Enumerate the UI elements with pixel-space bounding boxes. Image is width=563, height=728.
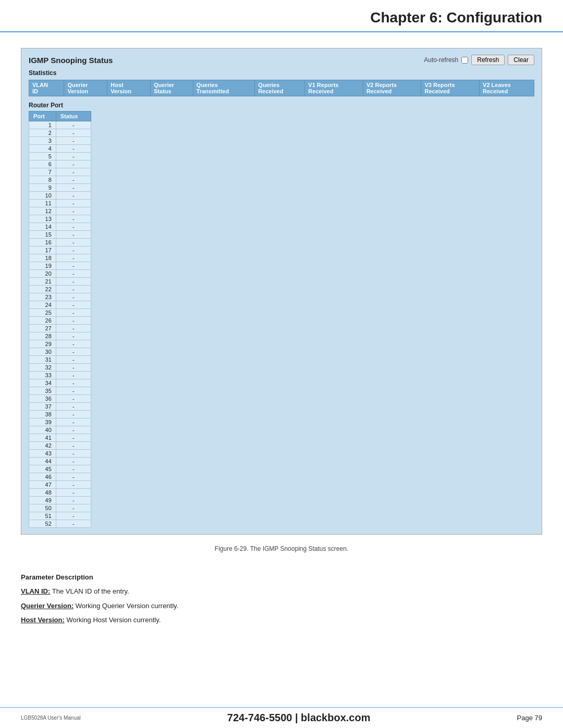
- port-status: -: [56, 309, 91, 317]
- port-number: 41: [29, 434, 56, 442]
- col-port: Port: [29, 112, 56, 121]
- port-number: 42: [29, 442, 56, 450]
- page-footer: LGB5028A User's Manual 724-746-5500 | bl…: [0, 707, 563, 728]
- port-status: -: [56, 254, 91, 262]
- port-number: 40: [29, 426, 56, 434]
- port-number: 49: [29, 497, 56, 504]
- col-v2-reports: V2 ReportsReceived: [363, 80, 421, 96]
- port-status: -: [56, 458, 91, 465]
- port-status: -: [56, 520, 91, 528]
- port-number: 27: [29, 325, 56, 332]
- router-table-row: 33-: [29, 372, 91, 379]
- statistics-label: Statistics: [29, 69, 534, 77]
- router-table-row: 11-: [29, 200, 91, 207]
- port-status: -: [56, 395, 91, 403]
- port-number: 38: [29, 411, 56, 418]
- port-number: 29: [29, 340, 56, 348]
- port-status: -: [56, 387, 91, 395]
- param-desc: Working Querier Version currently.: [74, 602, 178, 610]
- port-status: -: [56, 332, 91, 340]
- port-status: -: [56, 262, 91, 270]
- port-status: -: [56, 137, 91, 145]
- footer-page: Page 79: [517, 714, 542, 722]
- port-status: -: [56, 348, 91, 356]
- port-number: 4: [29, 145, 56, 153]
- port-status: -: [56, 372, 91, 379]
- port-status: -: [56, 293, 91, 301]
- router-table-row: 34-: [29, 379, 91, 387]
- router-table-row: 8-: [29, 176, 91, 184]
- port-number: 28: [29, 332, 56, 340]
- router-table-row: 31-: [29, 356, 91, 364]
- port-status: -: [56, 489, 91, 497]
- port-number: 45: [29, 465, 56, 473]
- auto-refresh-label: Auto-refresh: [424, 56, 458, 64]
- port-status: -: [56, 270, 91, 278]
- panel-controls: Auto-refresh Refresh Clear: [424, 55, 534, 65]
- port-number: 7: [29, 168, 56, 176]
- router-table-row: 1-: [29, 121, 91, 129]
- auto-refresh-checkbox[interactable]: [461, 57, 468, 64]
- router-table-row: 10-: [29, 192, 91, 200]
- port-status: -: [56, 504, 91, 512]
- port-status: -: [56, 473, 91, 481]
- port-status: -: [56, 192, 91, 200]
- router-table-row: 20-: [29, 270, 91, 278]
- router-table-row: 24-: [29, 301, 91, 309]
- port-number: 35: [29, 387, 56, 395]
- router-table-row: 6-: [29, 161, 91, 168]
- port-status: -: [56, 426, 91, 434]
- port-status: -: [56, 325, 91, 332]
- router-port-label: Router Port: [29, 102, 534, 109]
- port-status: -: [56, 231, 91, 239]
- router-table-row: 21-: [29, 278, 91, 286]
- port-status: -: [56, 246, 91, 254]
- router-table-row: 52-: [29, 520, 91, 528]
- col-v2-leaves: V2 LeavesReceived: [480, 80, 534, 96]
- col-host-version: HostVersion: [107, 80, 151, 96]
- port-status: -: [56, 286, 91, 293]
- port-number: 32: [29, 364, 56, 372]
- refresh-button[interactable]: Refresh: [471, 55, 505, 65]
- port-status: -: [56, 434, 91, 442]
- main-content: IGMP Snooping Status Auto-refresh Refres…: [0, 32, 563, 573]
- port-number: 14: [29, 223, 56, 231]
- port-number: 18: [29, 254, 56, 262]
- col-status: Status: [56, 112, 91, 121]
- router-table-row: 19-: [29, 262, 91, 270]
- port-status: -: [56, 153, 91, 161]
- statistics-table: VLANID QuerierVersion HostVersion Querie…: [29, 80, 534, 96]
- port-number: 17: [29, 246, 56, 254]
- router-table-row: 9-: [29, 184, 91, 192]
- param-name: Host Version:: [21, 616, 65, 624]
- router-table-row: 30-: [29, 348, 91, 356]
- port-number: 46: [29, 473, 56, 481]
- port-status: -: [56, 200, 91, 207]
- port-number: 52: [29, 520, 56, 528]
- port-number: 33: [29, 372, 56, 379]
- router-table-row: 15-: [29, 231, 91, 239]
- port-number: 48: [29, 489, 56, 497]
- port-number: 8: [29, 176, 56, 184]
- port-status: -: [56, 161, 91, 168]
- param-item: Host Version: Working Host Version curre…: [21, 615, 542, 625]
- router-table-row: 27-: [29, 325, 91, 332]
- param-section: Parameter Description VLAN ID: The VLAN …: [0, 573, 563, 625]
- port-number: 11: [29, 200, 56, 207]
- col-queries-transmitted: QueriesTransmitted: [193, 80, 254, 96]
- port-number: 37: [29, 403, 56, 411]
- router-table-row: 46-: [29, 473, 91, 481]
- port-status: -: [56, 239, 91, 246]
- clear-button[interactable]: Clear: [508, 55, 534, 65]
- router-table-row: 37-: [29, 403, 91, 411]
- port-number: 30: [29, 348, 56, 356]
- router-table-row: 16-: [29, 239, 91, 246]
- port-status: -: [56, 465, 91, 473]
- port-status: -: [56, 450, 91, 458]
- page-header: Chapter 6: Configuration: [0, 0, 563, 32]
- router-table-row: 14-: [29, 223, 91, 231]
- router-table-row: 32-: [29, 364, 91, 372]
- port-status: -: [56, 176, 91, 184]
- router-table-row: 40-: [29, 426, 91, 434]
- port-status: -: [56, 481, 91, 489]
